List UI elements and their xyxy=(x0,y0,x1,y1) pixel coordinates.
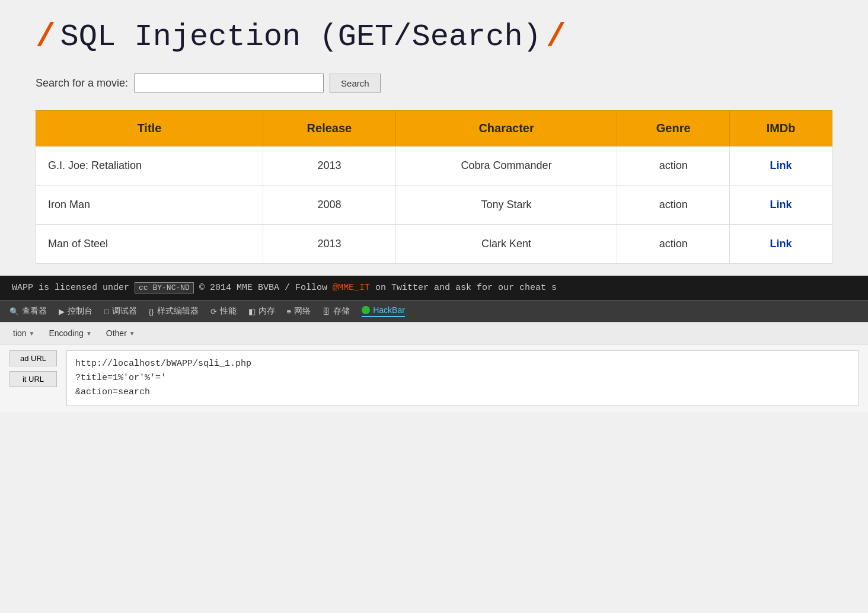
style-editor-icon: {} xyxy=(149,307,154,316)
footer-bar: WAPP is licensed under cc BY-NC-ND © 201… xyxy=(0,276,868,300)
toolbar-storage[interactable]: 🗄 存储 xyxy=(323,306,350,317)
cell-release: 2008 xyxy=(263,186,395,225)
toolbar-memory[interactable]: ◧ 内存 xyxy=(248,306,275,317)
page-title: / SQL Injection (GET/Search) / xyxy=(36,18,832,56)
action-label: tion xyxy=(13,328,27,338)
table-header: Title Release Character Genre IMDb xyxy=(36,111,832,146)
search-bar: Search for a movie: Search xyxy=(36,74,832,92)
table-row: G.I. Joe: Retaliation2013Cobra Commander… xyxy=(36,146,832,186)
other-label: Other xyxy=(106,328,127,338)
load-url-button[interactable]: ad URL xyxy=(9,350,57,366)
footer-twitter[interactable]: @MME_IT xyxy=(333,283,370,293)
col-title: Title xyxy=(36,111,263,146)
storage-label: 存储 xyxy=(333,306,350,317)
network-icon: ≡ xyxy=(287,307,292,316)
footer-copyright: © 2014 MME BVBA / Follow xyxy=(199,283,333,293)
action-arrow-icon: ▼ xyxy=(29,330,35,337)
imdb-link[interactable]: Link xyxy=(770,238,792,250)
hackbar-panel: tion ▼ Encoding ▼ Other ▼ ad URL it URL … xyxy=(0,322,868,412)
cell-character: Clark Kent xyxy=(396,225,617,264)
hackbar-buttons: ad URL it URL xyxy=(9,350,57,387)
cell-genre: action xyxy=(617,186,730,225)
memory-icon: ◧ xyxy=(248,307,256,316)
hackbar-menu: tion ▼ Encoding ▼ Other ▼ xyxy=(0,323,868,344)
style-editor-label: 样式编辑器 xyxy=(157,306,199,317)
cell-title: G.I. Joe: Retaliation xyxy=(36,146,263,186)
network-label: 网络 xyxy=(294,306,311,317)
toolbar-console[interactable]: ▶ 控制台 xyxy=(59,306,92,317)
toolbar-hackbar[interactable]: HackBar xyxy=(362,305,405,317)
cell-genre: action xyxy=(617,225,730,264)
hackbar-dot-icon xyxy=(362,306,370,314)
performance-icon: ⟳ xyxy=(210,307,217,316)
table-header-row: Title Release Character Genre IMDb xyxy=(36,111,832,146)
browser-toolbar: 🔍 查看器 ▶ 控制台 □ 调试器 {} 样式编辑器 ⟳ 性能 ◧ 内存 ≡ 网… xyxy=(0,300,868,322)
main-content: / SQL Injection (GET/Search) / Search fo… xyxy=(0,0,868,276)
storage-icon: 🗄 xyxy=(323,307,330,316)
console-icon: ▶ xyxy=(59,307,65,316)
footer-rest: on Twitter and ask for our cheat s xyxy=(375,283,557,293)
cell-imdb: Link xyxy=(730,186,832,225)
memory-label: 内存 xyxy=(259,306,275,317)
cell-release: 2013 xyxy=(263,225,395,264)
cell-imdb: Link xyxy=(730,225,832,264)
toolbar-debugger[interactable]: □ 调试器 xyxy=(104,306,137,317)
imdb-link[interactable]: Link xyxy=(770,159,792,171)
hackbar-menu-other[interactable]: Other ▼ xyxy=(99,326,142,340)
slash-left-icon: / xyxy=(36,18,56,56)
inspector-icon: 🔍 xyxy=(9,307,19,316)
toolbar-network[interactable]: ≡ 网络 xyxy=(287,306,311,317)
split-url-button[interactable]: it URL xyxy=(9,371,57,387)
cc-badge: cc BY-NC-ND xyxy=(135,282,194,293)
inspector-label: 查看器 xyxy=(22,306,47,317)
cell-title: Man of Steel xyxy=(36,225,263,264)
cell-imdb: Link xyxy=(730,146,832,186)
col-release: Release xyxy=(263,111,395,146)
console-label: 控制台 xyxy=(68,306,92,317)
toolbar-inspector[interactable]: 🔍 查看器 xyxy=(9,306,47,317)
slash-right-icon: / xyxy=(546,18,566,56)
search-button[interactable]: Search xyxy=(330,74,381,92)
search-input[interactable] xyxy=(134,74,324,92)
cell-genre: action xyxy=(617,146,730,186)
other-arrow-icon: ▼ xyxy=(129,330,135,337)
col-imdb: IMDb xyxy=(730,111,832,146)
hackbar-url-box[interactable]: http://localhost/bWAPP/sqli_1.php ?title… xyxy=(66,350,859,406)
toolbar-performance[interactable]: ⟳ 性能 xyxy=(210,306,237,317)
table-row: Iron Man2008Tony StarkactionLink xyxy=(36,186,832,225)
toolbar-style-editor[interactable]: {} 样式编辑器 xyxy=(149,306,199,317)
cell-character: Tony Stark xyxy=(396,186,617,225)
hackbar-url-area: ad URL it URL http://localhost/bWAPP/sql… xyxy=(0,344,868,412)
movie-table: Title Release Character Genre IMDb G.I. … xyxy=(36,110,832,264)
search-label: Search for a movie: xyxy=(36,77,128,90)
encoding-arrow-icon: ▼ xyxy=(86,330,92,337)
hackbar-menu-encoding[interactable]: Encoding ▼ xyxy=(42,326,98,340)
table-body: G.I. Joe: Retaliation2013Cobra Commander… xyxy=(36,146,832,264)
performance-label: 性能 xyxy=(220,306,237,317)
cell-title: Iron Man xyxy=(36,186,263,225)
cell-character: Cobra Commander xyxy=(396,146,617,186)
table-row: Man of Steel2013Clark KentactionLink xyxy=(36,225,832,264)
debugger-label: 调试器 xyxy=(112,306,137,317)
footer-text: WAPP is licensed under xyxy=(12,283,135,293)
col-genre: Genre xyxy=(617,111,730,146)
encoding-label: Encoding xyxy=(49,328,83,338)
hackbar-label: HackBar xyxy=(373,305,405,315)
hackbar-menu-action[interactable]: tion ▼ xyxy=(6,326,42,340)
imdb-link[interactable]: Link xyxy=(770,199,792,210)
debugger-icon: □ xyxy=(104,307,109,316)
col-character: Character xyxy=(396,111,617,146)
cell-release: 2013 xyxy=(263,146,395,186)
title-text: SQL Injection (GET/Search) xyxy=(60,20,541,55)
